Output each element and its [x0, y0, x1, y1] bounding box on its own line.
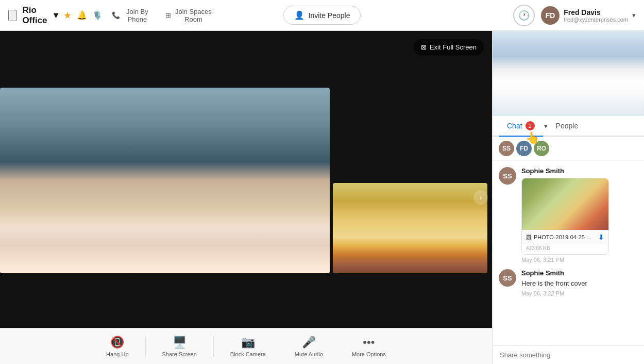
share-screen-icon: 🖥️ — [173, 336, 187, 349]
user-email: fred@xyzenterprises.com — [564, 16, 628, 23]
chat-timestamp: May 06, 3:22 PM — [521, 290, 638, 296]
bell-icon: 🔔 — [77, 10, 87, 20]
meeting-title: Rio Office — [22, 5, 51, 26]
hang-up-button[interactable]: 📵 Hang Up — [92, 332, 143, 361]
exit-fullscreen-label: Exit Full Screen — [430, 43, 477, 51]
avatar-initials: FD — [546, 11, 555, 20]
user-profile[interactable]: FD Fred Davis fred@xyzenterprises.com ▾ — [541, 6, 636, 25]
secondary-video-feed — [333, 183, 487, 273]
spaces-icon: ⊞ — [165, 11, 171, 19]
hang-up-label: Hang Up — [106, 351, 128, 357]
chat-tab[interactable]: Chat 2 — [499, 116, 543, 137]
invite-people-label: Invite People — [309, 11, 350, 20]
meeting-title-group: Rio Office ▾ — [22, 5, 58, 26]
video-nav-right-button[interactable]: › — [473, 190, 488, 205]
chevron-down-icon[interactable]: ▾ — [632, 11, 636, 19]
panel-tabs: Chat 2 ▾ People — [493, 116, 644, 137]
mute-icon: 🎤 — [302, 336, 316, 349]
chat-message-content: Sophie Smith Here is the front cover May… — [521, 269, 638, 296]
participant-row: SS FD RO — [493, 137, 644, 161]
chat-message-content: Sophie Smith 🖼 PHOTO-2019-04-25-... ⬇ 42… — [521, 167, 638, 263]
mute-audio-button[interactable]: 🎤 Mute Audio — [280, 332, 337, 361]
chat-tab-dropdown[interactable]: ▾ — [544, 122, 548, 130]
people-tab[interactable]: People — [548, 117, 587, 135]
avatar: SS — [499, 167, 516, 185]
block-camera-button[interactable]: 📷 Block Camera — [216, 332, 280, 361]
clock-icon: 🕐 — [518, 10, 530, 21]
user-name: Fred Davis — [564, 8, 628, 16]
list-item: SS Sophie Smith Here is the front cover … — [499, 269, 638, 296]
control-separator-2 — [213, 336, 214, 357]
join-by-phone-button[interactable]: 📞 Join By Phone — [108, 6, 156, 25]
phone-icon: 📞 — [112, 11, 120, 19]
user-info: Fred Davis fred@xyzenterprises.com — [564, 8, 628, 23]
share-input[interactable] — [500, 351, 637, 359]
people-tab-label: People — [556, 122, 579, 130]
join-phone-label: Join By Phone — [123, 8, 152, 23]
bottom-controls: 📵 Hang Up 🖥️ Share Screen 📷 Block Camera… — [0, 328, 492, 364]
list-item: SS Sophie Smith 🖼 PHOTO-2019-04-25-... ⬇… — [499, 167, 638, 263]
chat-image-card[interactable]: 🖼 PHOTO-2019-04-25-... ⬇ 423.66 KB — [521, 178, 609, 255]
person-add-icon: 👤 — [294, 10, 304, 20]
header-right: 🕐 FD Fred Davis fred@xyzenterprises.com … — [427, 5, 636, 26]
chat-image-preview — [522, 178, 609, 230]
chat-sender: Sophie Smith — [521, 269, 638, 277]
more-options-icon: ••• — [363, 336, 375, 349]
mic-muted-icon: 🎙️ — [92, 10, 103, 20]
chat-filename: PHOTO-2019-04-25-... — [534, 234, 591, 240]
participant-avatar-2[interactable]: FD — [516, 141, 532, 156]
share-screen-label: Share Screen — [162, 351, 197, 357]
fullscreen-exit-icon: ⊠ — [421, 43, 427, 51]
control-separator — [145, 336, 146, 357]
timer-button[interactable]: 🕐 — [513, 5, 535, 26]
hang-up-icon: 📵 — [110, 336, 124, 349]
chat-timestamp: May 06, 3:21 PM — [521, 257, 638, 263]
chevron-right-icon: › — [480, 193, 482, 202]
header: Rio Office ▾ ★ 🔔 🎙️ 📞 Join By Phone ⊞ Jo… — [0, 0, 644, 31]
block-camera-label: Block Camera — [230, 351, 266, 357]
invite-people-button[interactable]: 👤 Invite People — [283, 6, 361, 25]
participant-video-background — [493, 31, 644, 116]
file-icon: 🖼 — [526, 234, 532, 240]
menu-button[interactable] — [8, 10, 17, 21]
participant-avatar-1[interactable]: SS — [499, 141, 514, 156]
participant-avatar-3[interactable]: RO — [534, 141, 549, 156]
chat-file-info: 🖼 PHOTO-2019-04-25-... ⬇ — [522, 230, 608, 244]
share-screen-button[interactable]: 🖥️ Share Screen — [148, 332, 211, 361]
chevron-down-icon[interactable]: ▾ — [54, 10, 58, 21]
header-left: Rio Office ▾ ★ 🔔 🎙️ 📞 Join By Phone ⊞ Jo… — [8, 5, 217, 26]
more-options-button[interactable]: ••• More Options — [337, 332, 400, 361]
chat-sender: Sophie Smith — [521, 167, 638, 175]
avatar: SS — [499, 269, 516, 287]
participant-thumbnail — [493, 31, 644, 116]
chat-messages: SS Sophie Smith 🖼 PHOTO-2019-04-25-... ⬇… — [493, 161, 644, 345]
chat-tab-label: Chat — [507, 122, 522, 130]
avatar: FD — [541, 6, 560, 25]
more-options-label: More Options — [352, 351, 386, 357]
star-icon[interactable]: ★ — [63, 10, 72, 21]
right-panel: Chat 2 ▾ People SS FD RO SS Sophie Smith — [492, 31, 644, 364]
main-video-background — [0, 88, 330, 273]
main-video-feed — [0, 88, 330, 273]
secondary-video-background — [333, 183, 487, 273]
join-spaces-label: Join Spaces Room — [174, 8, 213, 23]
header-center: 👤 Invite People — [217, 6, 427, 25]
video-area: ⊠ Exit Full Screen › 📵 Hang Up — [0, 31, 492, 364]
mute-audio-label: Mute Audio — [295, 351, 323, 357]
download-icon[interactable]: ⬇ — [598, 233, 604, 241]
main-area: ⊠ Exit Full Screen › 📵 Hang Up — [0, 31, 644, 364]
chat-text: Here is the front cover — [521, 279, 638, 288]
join-spaces-room-button[interactable]: ⊞ Join Spaces Room — [161, 6, 217, 25]
camera-icon: 📷 — [241, 336, 255, 349]
share-input-area — [493, 345, 644, 364]
exit-fullscreen-button[interactable]: ⊠ Exit Full Screen — [414, 39, 484, 55]
chat-badge: 2 — [526, 121, 535, 130]
